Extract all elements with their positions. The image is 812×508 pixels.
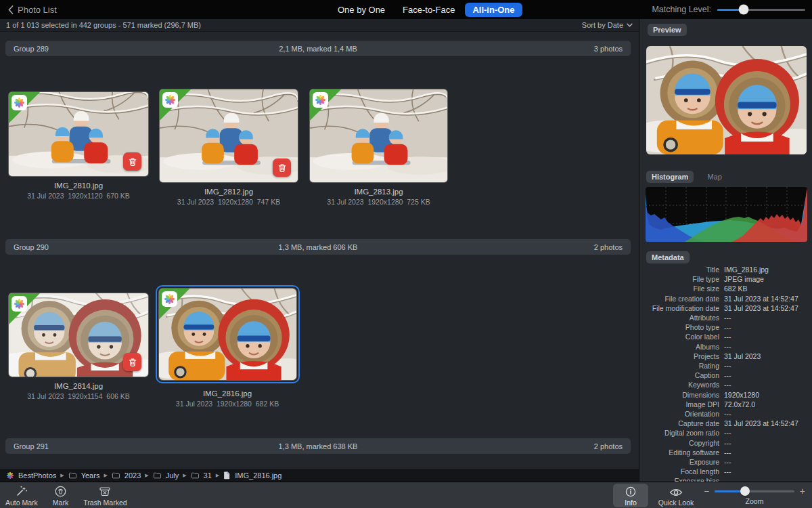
group-count: 2 photos	[594, 442, 623, 450]
tab-histogram[interactable]: Histogram	[646, 171, 694, 183]
metadata-row: File modification date31 Jul 2023 at 14:…	[639, 303, 812, 313]
photo-details: 31 Jul 2023 1920x1120 670 KB	[27, 192, 130, 200]
metadata-row: File size682 KB	[639, 284, 812, 293]
matching-level-slider[interactable]	[717, 5, 805, 15]
group-size-info: 2,1 MB, marked 1,4 MB	[5, 45, 631, 53]
metadata-section-label: Metadata	[646, 251, 690, 263]
metadata-row: Copyright---	[639, 438, 812, 448]
photo-details: 31 Jul 2023 1920x1280 682 KB	[176, 400, 279, 408]
preview-image[interactable]	[646, 46, 807, 154]
photo-thumbnail	[310, 89, 447, 182]
metadata-row: Exposure---	[639, 457, 812, 467]
group-header[interactable]: Group 290 1,3 MB, marked 606 KB 2 photos	[5, 239, 631, 255]
chevron-left-icon	[8, 5, 14, 14]
metadata-row: Color label---	[639, 332, 812, 341]
photo-item[interactable]: IMG_2813.jpg 31 Jul 2023 1920x1280 725 K…	[309, 89, 448, 206]
marked-trash-badge[interactable]	[123, 152, 141, 171]
quick-look-button[interactable]: Quick Look	[655, 485, 697, 507]
eye-icon	[669, 485, 683, 497]
slider-knob[interactable]	[739, 5, 749, 15]
title-bar: Photo List One by One Face-to-Face All-i…	[0, 0, 812, 19]
group-header[interactable]: Group 289 2,1 MB, marked 1,4 MB 3 photos	[5, 41, 631, 56]
path-separator-icon: ▶	[104, 473, 107, 478]
info-sidebar: Preview Histogram Map Metadata TitleIMG_…	[639, 19, 812, 482]
trash-marked-label: Trash Marked	[83, 499, 127, 507]
marked-trash-badge[interactable]	[273, 158, 291, 177]
path-item-folder[interactable]: July	[166, 471, 179, 480]
trash-icon	[277, 163, 288, 173]
quick-look-label: Quick Look	[658, 499, 694, 507]
rgb-histogram-chart	[646, 187, 807, 242]
trash-marked-button[interactable]: Trash Marked	[83, 485, 127, 507]
slider-knob[interactable]	[740, 486, 750, 496]
photo-item-selected[interactable]: IMG_2816.jpg 31 Jul 2023 1920x1280 682 K…	[155, 285, 300, 408]
tab-map[interactable]: Map	[702, 171, 727, 183]
bottom-toolbar: Auto Mark Mark Trash Marked Info Quic	[0, 482, 812, 508]
photos-app-icon	[12, 296, 27, 312]
mode-face-to-face[interactable]: Face-to-Face	[395, 3, 462, 17]
group-count: 3 photos	[594, 45, 623, 53]
zoom-label: Zoom	[746, 497, 764, 505]
info-icon	[625, 485, 636, 497]
mode-one-by-one[interactable]: One by One	[330, 3, 392, 17]
trash-bin-x-icon	[98, 485, 112, 497]
metadata-row: Caption---	[639, 371, 812, 380]
photos-app-icon	[162, 92, 178, 108]
selection-border	[156, 285, 300, 383]
selection-summary: 1 of 1 013 selected in 442 groups - 571 …	[6, 21, 201, 29]
metadata-row: Editing software---	[639, 448, 812, 457]
group-header[interactable]: Group 291 1,3 MB, marked 638 KB 2 photos	[5, 438, 631, 454]
photo-item[interactable]: IMG_2814.jpg 31 Jul 2023 1920x1154 606 K…	[8, 293, 149, 400]
file-path-bar: BestPhotos ▶ Years ▶ 2023 ▶ July ▶ 31 ▶ …	[0, 469, 639, 482]
folder-icon	[68, 471, 77, 479]
zoom-control: − + Zoom	[704, 486, 805, 505]
photo-filename: IMG_2810.jpg	[54, 182, 103, 190]
auto-mark-button[interactable]: Auto Mark	[5, 485, 38, 507]
photo-details: 31 Jul 2023 1920x1154 606 KB	[27, 392, 130, 400]
photos-app-icon	[6, 471, 14, 480]
path-separator-icon: ▶	[183, 473, 186, 478]
info-toggle-button[interactable]: Info	[613, 484, 648, 507]
metadata-row: Photo type---	[639, 322, 812, 332]
back-label: Photo List	[18, 5, 57, 15]
photos-app-icon	[12, 95, 27, 110]
photo-item[interactable]: IMG_2812.jpg 31 Jul 2023 1920x1280 747 K…	[159, 89, 298, 206]
metadata-row: Albums---	[639, 342, 812, 352]
sort-by-dropdown[interactable]: Sort by Date	[582, 21, 633, 29]
zoom-slider[interactable]	[715, 486, 794, 496]
path-item-folder[interactable]: 2023	[125, 471, 141, 480]
metadata-row: Projects31 Jul 2023	[639, 352, 812, 361]
metadata-table: TitleIMG_2816.jpg File typeJPEG image Fi…	[639, 265, 812, 482]
matching-level-label: Matching Level:	[652, 5, 711, 14]
auto-mark-label: Auto Mark	[5, 499, 38, 507]
circle-trash-icon	[55, 485, 66, 497]
photo-details: 31 Jul 2023 1920x1280 725 KB	[327, 198, 430, 206]
chevron-down-icon	[627, 23, 633, 27]
marked-trash-badge[interactable]	[123, 353, 141, 371]
status-bar: 1 of 1 013 selected in 442 groups - 571 …	[0, 19, 639, 32]
path-item-folder[interactable]: 31	[204, 471, 212, 480]
path-separator-icon: ▶	[145, 473, 148, 478]
zoom-out-button[interactable]: −	[704, 488, 709, 494]
mode-all-in-one[interactable]: All-in-One	[465, 3, 522, 17]
metadata-row: File creation date31 Jul 2023 at 14:52:4…	[639, 294, 812, 303]
mark-label: Mark	[53, 499, 68, 507]
zoom-in-button[interactable]: +	[800, 488, 805, 494]
magic-wand-icon	[16, 485, 28, 497]
photo-item[interactable]: IMG_2810.jpg 31 Jul 2023 1920x1120 670 K…	[8, 91, 149, 200]
path-item-file[interactable]: IMG_2816.jpg	[235, 471, 281, 480]
group-name: Group 291	[14, 442, 49, 450]
group-size-info: 1,3 MB, marked 606 KB	[5, 243, 631, 251]
path-item-library[interactable]: BestPhotos	[18, 471, 56, 480]
photo-thumbnail	[159, 289, 296, 380]
metadata-row: Attributes---	[639, 313, 812, 322]
back-to-photo-list-button[interactable]: Photo List	[8, 5, 57, 15]
folder-icon	[191, 471, 200, 479]
preview-section-label: Preview	[648, 24, 687, 36]
path-item-folder[interactable]: Years	[81, 471, 100, 480]
metadata-row: Image DPI72.0x72.0	[639, 400, 812, 409]
metadata-row: File typeJPEG image	[639, 274, 812, 284]
group-count: 2 photos	[594, 243, 623, 251]
trash-icon	[127, 357, 138, 368]
mark-button[interactable]: Mark	[53, 485, 68, 507]
